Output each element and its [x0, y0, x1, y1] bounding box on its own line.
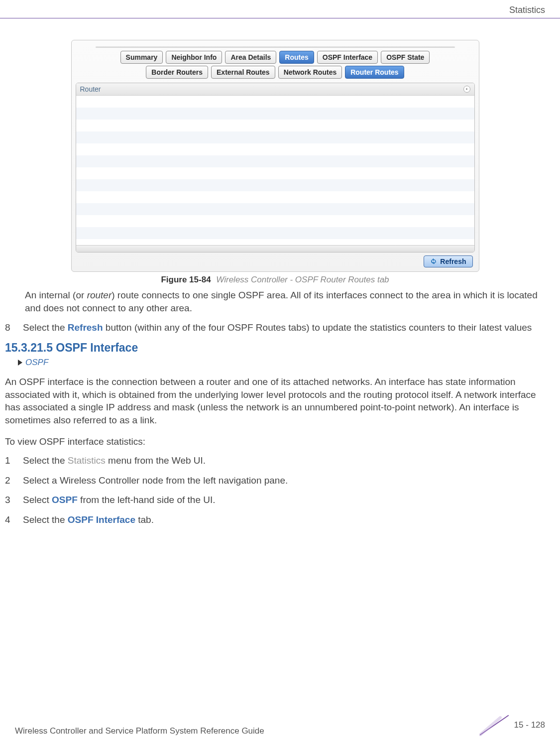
table-row — [76, 179, 474, 191]
table-panel: Router • — [76, 83, 475, 252]
table-row — [76, 120, 474, 131]
table-row — [76, 167, 474, 179]
table-row — [76, 131, 474, 143]
header-section: Statistics — [509, 5, 545, 15]
refresh-button-label: Refresh — [440, 257, 466, 265]
step-8: 8 Select the Refresh button (within any … — [5, 321, 545, 334]
step-2: 2 Select a Wireless Controller node from… — [5, 474, 545, 487]
table-row — [76, 215, 474, 227]
tab-row-primary: Summary Neighbor Info Area Details Route… — [76, 51, 475, 64]
column-header-router: Router — [80, 85, 101, 93]
step-number: 2 — [5, 474, 16, 487]
figure-caption: Figure 15-84 Wireless Controller - OSPF … — [71, 275, 479, 285]
step-number: 8 — [5, 321, 16, 334]
table-row — [76, 96, 474, 108]
figure-title: Wireless Controller - OSPF Router Routes… — [216, 275, 389, 284]
keyword-refresh: Refresh — [68, 322, 103, 333]
footer-guide-title: Wireless Controller and Service Platform… — [15, 726, 264, 736]
tab-neighbor-info[interactable]: Neighbor Info — [166, 51, 222, 64]
triangle-icon — [18, 360, 22, 366]
sort-icon[interactable]: • — [463, 86, 470, 93]
table-scrollbar[interactable] — [76, 245, 474, 252]
breadcrumb: OSPF — [18, 358, 545, 368]
figure-screenshot: Summary Neighbor Info Area Details Route… — [71, 40, 479, 285]
table-body — [76, 96, 474, 245]
keyword-ospf: OSPF — [52, 495, 78, 505]
tab-ospf-interface[interactable]: OSPF Interface — [317, 51, 378, 64]
step-4: 4 Select the OSPF Interface tab. — [5, 513, 545, 526]
tab-routes[interactable]: Routes — [279, 51, 314, 64]
tab-border-routers[interactable]: Border Routers — [146, 66, 208, 79]
table-row — [76, 155, 474, 167]
tab-summary[interactable]: Summary — [120, 51, 163, 64]
tab-area-details[interactable]: Area Details — [225, 51, 276, 64]
table-row — [76, 143, 474, 155]
tab-row-secondary: Border Routers External Routes Network R… — [76, 66, 475, 79]
tab-network-routes[interactable]: Network Routes — [278, 66, 342, 79]
wing-logo-icon — [479, 714, 509, 736]
table-row — [76, 108, 474, 120]
breadcrumb-ospf: OSPF — [25, 358, 48, 368]
table-header-row[interactable]: Router • — [76, 83, 474, 96]
refresh-icon — [430, 258, 437, 265]
table-row — [76, 203, 474, 215]
tab-router-routes[interactable]: Router Routes — [345, 66, 404, 79]
tab-ospf-state[interactable]: OSPF State — [381, 51, 430, 64]
tab-external-routes[interactable]: External Routes — [211, 66, 275, 79]
step-number: 1 — [5, 454, 16, 467]
step-3: 3 Select OSPF from the left-hand side of… — [5, 494, 545, 506]
paragraph-to-view: To view OSPF interface statistics: — [5, 435, 545, 448]
table-row — [76, 191, 474, 203]
ui-divider — [96, 46, 455, 48]
table-row — [76, 227, 474, 239]
step-number: 3 — [5, 494, 16, 506]
section-heading: 15.3.21.5 OSPF Interface — [5, 341, 545, 355]
header-rule — [0, 18, 560, 18]
paragraph-ospf-interface-intro: An OSPF interface is the connection betw… — [5, 376, 545, 427]
keyword-statistics: Statistics — [68, 455, 106, 466]
refresh-button[interactable]: Refresh — [424, 255, 472, 267]
figure-number: Figure 15-84 — [161, 275, 211, 284]
step-1: 1 Select the Statistics menu from the We… — [5, 454, 545, 467]
footer-page-number: 15 - 128 — [514, 720, 545, 730]
keyword-ospf-interface: OSPF Interface — [68, 514, 135, 525]
paragraph-internal-route: An internal (or router) route connects t… — [25, 289, 545, 314]
step-number: 4 — [5, 513, 16, 526]
